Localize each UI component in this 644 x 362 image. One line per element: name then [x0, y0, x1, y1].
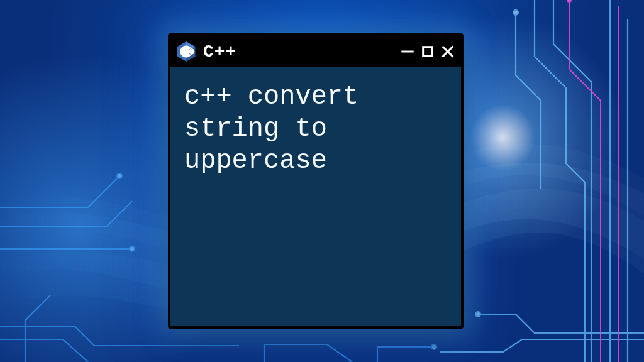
terminal-body: c++ convert string to uppercase [170, 67, 461, 326]
close-button[interactable] [441, 45, 455, 58]
svg-point-4 [130, 246, 135, 251]
svg-point-5 [431, 344, 436, 349]
svg-point-0 [513, 10, 518, 15]
svg-point-1 [475, 312, 480, 317]
titlebar[interactable]: C++ [170, 36, 461, 67]
window-controls [401, 45, 455, 58]
cpp-logo-icon [175, 41, 197, 62]
svg-point-2 [567, 0, 571, 2]
maximize-button[interactable] [421, 45, 435, 58]
terminal-window: C++ c++ convert string to uppercase [168, 33, 464, 329]
svg-rect-12 [192, 50, 192, 52]
minimize-button[interactable] [401, 45, 414, 58]
svg-point-3 [117, 173, 122, 178]
svg-rect-14 [423, 47, 433, 57]
window-title: C++ [203, 42, 236, 62]
svg-rect-10 [189, 50, 190, 52]
terminal-text: c++ convert string to uppercase [184, 81, 447, 178]
